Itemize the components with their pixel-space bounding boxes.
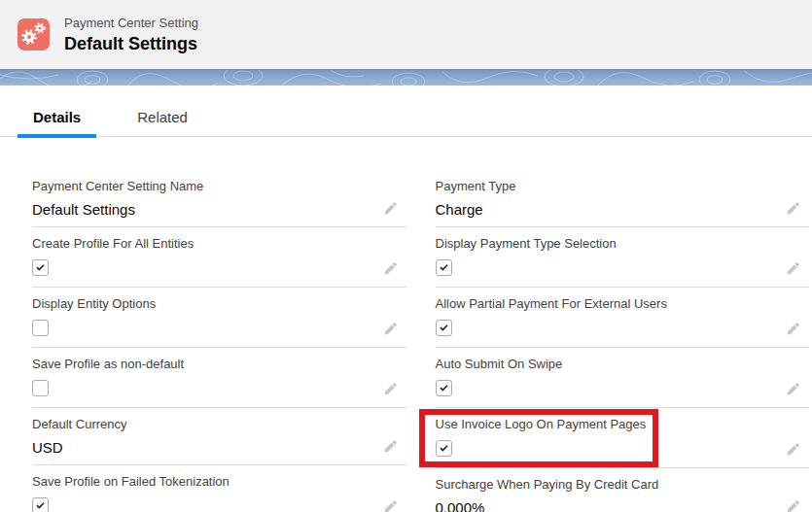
checkbox-checked (32, 497, 49, 512)
tab-related[interactable]: Related (122, 109, 203, 138)
record-tabbar: Details Related (0, 102, 812, 137)
field-row-display-payment-type-selection: Display Payment Type Selection (436, 227, 810, 288)
field-label: Use Invoice Logo On Payment Pages (436, 416, 781, 432)
field-row-surcharge-when-paying-by-credit-card: Surcharge When Paying By Credit Card0.00… (436, 468, 810, 512)
brand-banner (0, 69, 812, 85)
edit-pencil-icon[interactable] (383, 261, 398, 276)
field-row-display-entity-options: Display Entity Options (32, 288, 406, 348)
gear-icon (33, 21, 47, 35)
field-label: Display Payment Type Selection (436, 235, 781, 252)
tab-label: Related (137, 109, 188, 125)
field-row-auto-submit-on-swipe: Auto Submit On Swipe (436, 348, 810, 408)
checkbox-unchecked (32, 380, 49, 396)
edit-pencil-icon[interactable] (786, 382, 800, 396)
field-label: Payment Center Setting Name (32, 178, 377, 194)
field-label: Payment Type (436, 178, 781, 194)
edit-pencil-icon[interactable] (786, 499, 800, 512)
edit-pencil-icon[interactable] (786, 322, 800, 336)
checkbox-checked (32, 259, 49, 276)
field-label: Allow Partial Payment For External Users (436, 295, 781, 312)
tab-details[interactable]: Details (18, 109, 96, 138)
edit-pencil-icon[interactable] (383, 201, 398, 216)
checkbox-checked (436, 440, 452, 457)
field-value: USD (32, 438, 377, 458)
field-label: Display Entity Options (32, 295, 377, 312)
field-row-default-currency: Default CurrencyUSD (32, 408, 406, 465)
field-row-save-profile-as-non-default: Save Profile as non-default (32, 348, 406, 408)
field-row-payment-center-setting-name: Payment Center Setting NameDefault Setti… (32, 170, 406, 227)
field-label: Default Currency (32, 416, 377, 432)
checkbox-checked (436, 380, 452, 396)
edit-pencil-icon[interactable] (383, 322, 398, 336)
record-detail-panel: Payment Center Setting NameDefault Setti… (0, 137, 812, 512)
field-value: Default Settings (32, 200, 377, 220)
detail-column-left: Payment Center Setting NameDefault Setti… (32, 170, 406, 512)
field-row-use-invoice-logo-on-payment-pages: Use Invoice Logo On Payment Pages (436, 408, 810, 468)
field-row-allow-partial-payment-for-external-users: Allow Partial Payment For External Users (436, 288, 810, 348)
field-label: Auto Submit On Swipe (436, 356, 781, 372)
checkbox-checked (436, 259, 452, 276)
checkbox-checked (436, 320, 452, 336)
field-label: Create Profile For All Entities (32, 235, 377, 252)
checkbox-unchecked (32, 320, 49, 336)
field-value: Charge (436, 200, 781, 220)
payment-center-setting-gears-icon (18, 18, 50, 51)
page-title: Default Settings (64, 33, 198, 54)
tab-label: Details (33, 109, 81, 125)
field-row-save-profile-on-failed-tokenization: Save Profile on Failed Tokenization (32, 465, 406, 512)
field-value: 0.000% (436, 498, 781, 512)
entity-label: Payment Center Setting (64, 16, 198, 31)
edit-pencil-icon[interactable] (786, 442, 800, 457)
field-label: Save Profile on Failed Tokenization (32, 473, 377, 490)
record-header: Payment Center Setting Default Settings (0, 0, 812, 69)
edit-pencil-icon[interactable] (786, 201, 800, 216)
edit-pencil-icon[interactable] (786, 261, 800, 276)
field-label: Save Profile as non-default (32, 356, 377, 372)
field-row-create-profile-for-all-entities: Create Profile For All Entities (32, 227, 406, 288)
edit-pencil-icon[interactable] (383, 439, 398, 454)
field-label: Surcharge When Paying By Credit Card (436, 476, 781, 493)
edit-pencil-icon[interactable] (383, 499, 398, 512)
edit-pencil-icon[interactable] (383, 382, 398, 396)
detail-column-right: Payment TypeChargeDisplay Payment Type S… (436, 170, 810, 512)
banner-pattern (0, 70, 812, 85)
field-row-payment-type: Payment TypeCharge (436, 170, 810, 227)
